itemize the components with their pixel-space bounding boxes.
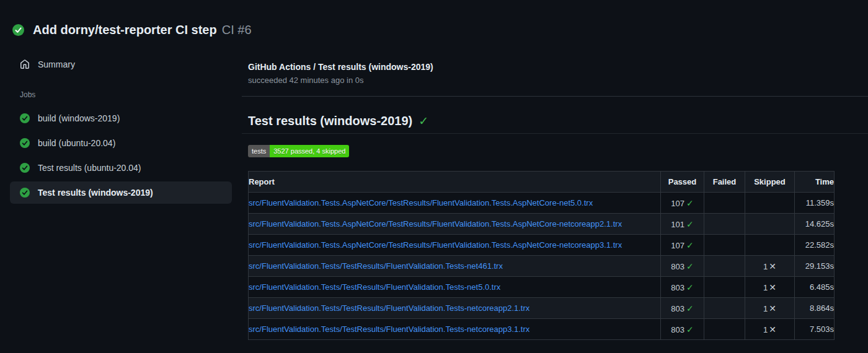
- skipped-count: 1: [763, 304, 768, 313]
- failed-cell: [704, 319, 745, 340]
- skipped-count: 1: [763, 283, 768, 292]
- job-success-check-circle-icon: [20, 113, 30, 123]
- time-cell: 6.485s: [795, 277, 835, 298]
- report-file-link[interactable]: src/FluentValidation.Tests/TestResults/F…: [249, 282, 500, 292]
- skipped-cell: 1✕: [745, 319, 795, 340]
- sidebar-job-item[interactable]: Test results (ubuntu-20.04): [10, 157, 232, 179]
- sidebar-jobs-list: build (windows-2019)build (ubuntu-20.04)…: [0, 107, 242, 204]
- tests-badge: tests 3527 passed, 4 skipped: [248, 145, 349, 157]
- skipped-cell: 1✕: [745, 298, 795, 319]
- passed-cell: 803✓: [661, 256, 704, 277]
- report-file-link[interactable]: src/FluentValidation.Tests/TestResults/F…: [249, 303, 529, 313]
- check-run-header: GitHub Actions / Test results (windows-2…: [248, 61, 868, 86]
- report-cell: src/FluentValidation.Tests/TestResults/F…: [249, 319, 661, 340]
- run-header: Add dorny/test-reporter CI step CI #6: [0, 0, 868, 43]
- job-item-label: Test results (ubuntu-20.04): [38, 163, 141, 173]
- summary-success-check-icon: ✓: [418, 115, 428, 128]
- column-header-time: Time: [795, 172, 835, 193]
- passed-count: 803: [671, 283, 684, 292]
- report-file-link[interactable]: src/FluentValidation.Tests.AspNetCore/Te…: [249, 219, 622, 229]
- report-cell: src/FluentValidation.Tests.AspNetCore/Te…: [249, 235, 661, 256]
- skipped-count: 1: [763, 262, 768, 271]
- failed-cell: [704, 256, 745, 277]
- home-icon: [20, 59, 30, 69]
- passed-cell: 803✓: [661, 277, 704, 298]
- table-row: src/FluentValidation.Tests.AspNetCore/Te…: [249, 214, 835, 235]
- skipped-cell: 1✕: [745, 277, 795, 298]
- job-success-check-circle-icon: [20, 188, 30, 198]
- sidebar-item-summary[interactable]: Summary: [10, 55, 232, 74]
- job-item-label: Test results (windows-2019): [38, 188, 153, 198]
- report-cell: src/FluentValidation.Tests.AspNetCore/Te…: [249, 193, 661, 214]
- report-file-link[interactable]: src/FluentValidation.Tests.AspNetCore/Te…: [249, 198, 593, 207]
- passed-count: 803: [671, 325, 684, 334]
- skipped-cross-icon: ✕: [769, 261, 776, 271]
- job-success-check-circle-icon: [20, 138, 30, 148]
- column-header-skipped: Skipped: [745, 172, 795, 193]
- skipped-cross-icon: ✕: [769, 303, 776, 313]
- job-item-label: build (ubuntu-20.04): [38, 138, 115, 148]
- column-header-report: Report: [249, 172, 661, 193]
- time-cell: 29.153s: [795, 256, 835, 277]
- report-cell: src/FluentValidation.Tests/TestResults/F…: [249, 298, 661, 319]
- table-header-row: Report Passed Failed Skipped Time: [249, 172, 835, 193]
- table-row: src/FluentValidation.Tests.AspNetCore/Te…: [249, 193, 835, 214]
- passed-cell: 107✓: [661, 235, 704, 256]
- table-row: src/FluentValidation.Tests/TestResults/F…: [249, 277, 835, 298]
- check-run-title: GitHub Actions / Test results (windows-2…: [248, 61, 868, 73]
- skipped-cross-icon: ✕: [769, 325, 776, 334]
- failed-cell: [704, 235, 745, 256]
- report-file-link[interactable]: src/FluentValidation.Tests/TestResults/F…: [249, 261, 503, 271]
- passed-count: 101: [671, 220, 684, 229]
- report-cell: src/FluentValidation.Tests.AspNetCore/Te…: [249, 214, 661, 235]
- job-success-check-circle-icon: [20, 163, 30, 173]
- table-row: src/FluentValidation.Tests/TestResults/F…: [249, 319, 835, 340]
- time-cell: 7.503s: [795, 319, 835, 340]
- header-divider: [242, 96, 868, 97]
- column-header-failed: Failed: [704, 172, 745, 193]
- passed-count: 107: [671, 241, 684, 250]
- passed-cell: 803✓: [661, 298, 704, 319]
- report-cell: src/FluentValidation.Tests/TestResults/F…: [249, 256, 661, 277]
- table-row: src/FluentValidation.Tests/TestResults/F…: [249, 298, 835, 319]
- passed-cell: 803✓: [661, 319, 704, 340]
- failed-cell: [704, 277, 745, 298]
- passed-cell: 101✓: [661, 214, 704, 235]
- sidebar-job-item[interactable]: build (windows-2019): [10, 107, 232, 129]
- summary-heading-text: Test results (windows-2019): [248, 114, 412, 128]
- passed-check-icon: ✓: [686, 303, 694, 313]
- sidebar-job-item[interactable]: build (ubuntu-20.04): [10, 132, 232, 154]
- sidebar-jobs-heading: Jobs: [20, 90, 242, 99]
- skipped-count: 1: [763, 325, 768, 334]
- run-title: Add dorny/test-reporter CI step: [33, 23, 217, 37]
- time-cell: 14.625s: [795, 214, 835, 235]
- sidebar-summary-label: Summary: [38, 59, 75, 69]
- main-panel: GitHub Actions / Test results (windows-2…: [242, 43, 868, 340]
- failed-cell: [704, 193, 745, 214]
- summary-heading: Test results (windows-2019)✓: [248, 113, 868, 129]
- time-cell: 8.864s: [795, 298, 835, 319]
- table-row: src/FluentValidation.Tests.AspNetCore/Te…: [249, 235, 835, 256]
- passed-cell: 107✓: [661, 193, 704, 214]
- skipped-cell: [745, 235, 795, 256]
- skipped-cross-icon: ✕: [769, 282, 776, 292]
- passed-check-icon: ✓: [686, 240, 694, 250]
- heading-underline-divider: [242, 133, 868, 134]
- run-success-check-circle-icon: [12, 24, 24, 36]
- report-file-link[interactable]: src/FluentValidation.Tests/TestResults/F…: [249, 325, 529, 334]
- report-file-link[interactable]: src/FluentValidation.Tests.AspNetCore/Te…: [249, 240, 622, 250]
- sidebar-job-item[interactable]: Test results (windows-2019): [10, 181, 232, 204]
- skipped-cell: 1✕: [745, 256, 795, 277]
- check-run-status-line: succeeded 42 minutes ago in 0s: [248, 75, 868, 86]
- report-cell: src/FluentValidation.Tests/TestResults/F…: [249, 277, 661, 298]
- run-number: CI #6: [222, 23, 252, 37]
- passed-check-icon: ✓: [686, 261, 694, 271]
- time-cell: 22.582s: [795, 235, 835, 256]
- passed-check-icon: ✓: [686, 198, 694, 208]
- skipped-cell: [745, 193, 795, 214]
- passed-check-icon: ✓: [686, 219, 694, 229]
- column-header-passed: Passed: [661, 172, 704, 193]
- passed-count: 803: [671, 304, 684, 313]
- test-results-table: Report Passed Failed Skipped Time src/Fl…: [248, 171, 835, 340]
- passed-count: 803: [671, 262, 684, 271]
